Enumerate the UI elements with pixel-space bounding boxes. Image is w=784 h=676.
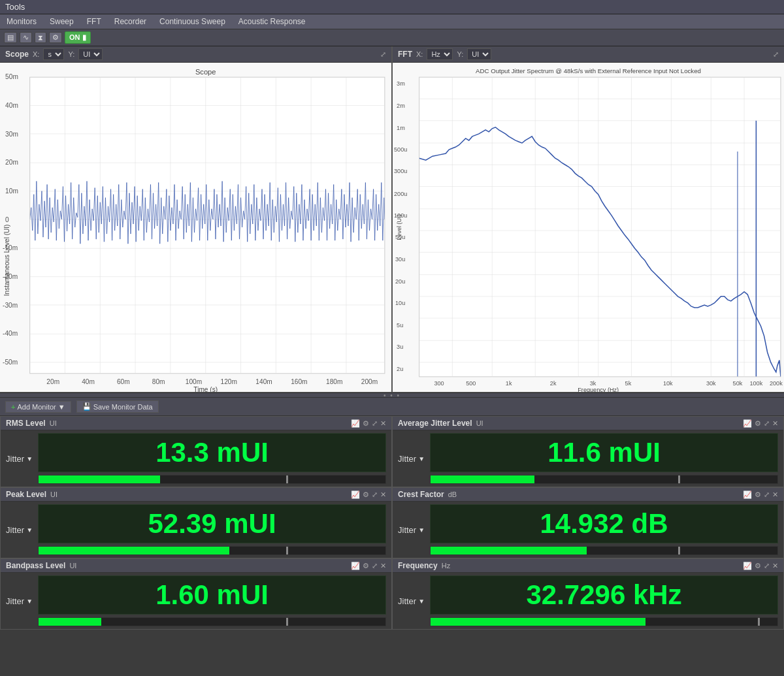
bandpass-title: Bandpass Level bbox=[6, 561, 65, 570]
svg-text:3m: 3m bbox=[397, 80, 405, 87]
bandpass-signal-label[interactable]: Jitter ▼ bbox=[6, 596, 33, 606]
peak-marker bbox=[286, 547, 288, 555]
rms-graph-icon[interactable]: 📈 bbox=[351, 419, 360, 428]
peak-header: Peak Level UI 📈 ⚙ ⤢ ✕ bbox=[1, 488, 391, 502]
menu-sweep[interactable]: Sweep bbox=[43, 16, 80, 27]
toolbar-on-btn[interactable]: ON ▮ bbox=[65, 31, 91, 44]
avg-settings-icon[interactable]: ⚙ bbox=[755, 419, 761, 428]
scope-x-select[interactable]: s bbox=[43, 48, 64, 60]
crest-close-icon[interactable]: ✕ bbox=[772, 491, 778, 499]
menu-acoustic-response[interactable]: Acoustic Response bbox=[232, 16, 312, 27]
svg-text:10u: 10u bbox=[395, 300, 405, 306]
svg-text:10m: 10m bbox=[5, 187, 18, 195]
svg-text:60m: 60m bbox=[117, 378, 130, 385]
monitor-frequency: Frequency Hz 📈 ⚙ ⤢ ✕ Jitter ▼ 32.7296 kH… bbox=[392, 558, 784, 630]
bandpass-graph-icon[interactable]: 📈 bbox=[351, 562, 360, 570]
bandpass-close-icon[interactable]: ✕ bbox=[380, 562, 386, 570]
svg-text:Frequency (Hz): Frequency (Hz) bbox=[578, 387, 619, 392]
rms-expand-icon[interactable]: ⤢ bbox=[372, 419, 378, 428]
peak-title: Peak Level bbox=[6, 490, 46, 499]
crest-arrow-icon: ▼ bbox=[418, 526, 425, 534]
freq-graph-icon[interactable]: 📈 bbox=[743, 562, 752, 570]
toolbar-settings-btn[interactable]: ⚙ bbox=[49, 32, 62, 43]
avg-graph-icon[interactable]: 📈 bbox=[743, 419, 752, 428]
menu-recorder[interactable]: Recorder bbox=[108, 16, 153, 27]
rms-signal-label[interactable]: Jitter ▼ bbox=[6, 454, 33, 464]
svg-text:100m: 100m bbox=[186, 378, 202, 385]
svg-text:120m: 120m bbox=[221, 378, 237, 385]
svg-text:50k: 50k bbox=[733, 380, 743, 387]
bandpass-fill bbox=[39, 618, 101, 626]
bandpass-arrow-icon: ▼ bbox=[26, 598, 33, 605]
freq-meter: 32.7296 kHz bbox=[430, 575, 778, 626]
add-monitor-arrow: ▼ bbox=[58, 403, 65, 411]
avg-close-icon[interactable]: ✕ bbox=[772, 419, 778, 428]
menu-fft[interactable]: FFT bbox=[80, 16, 108, 27]
scope-expand-btn[interactable]: ⤢ bbox=[380, 50, 386, 59]
save-monitor-btn[interactable]: 💾 Save Monitor Data bbox=[76, 400, 159, 413]
bandpass-controls: 📈 ⚙ ⤢ ✕ bbox=[351, 562, 386, 570]
rms-title: RMS Level bbox=[6, 419, 46, 428]
peak-expand-icon[interactable]: ⤢ bbox=[372, 491, 378, 499]
svg-text:5u: 5u bbox=[397, 322, 403, 329]
peak-meter: 52.39 mUI bbox=[38, 504, 386, 555]
peak-signal-label[interactable]: Jitter ▼ bbox=[6, 525, 33, 535]
freq-signal-label[interactable]: Jitter ▼ bbox=[398, 596, 425, 606]
svg-text:30u: 30u bbox=[395, 256, 405, 263]
svg-text:30m: 30m bbox=[5, 131, 18, 138]
freq-header: Frequency Hz 📈 ⚙ ⤢ ✕ bbox=[393, 559, 783, 573]
fft-expand-btn[interactable]: ⤢ bbox=[773, 50, 779, 59]
freq-settings-icon[interactable]: ⚙ bbox=[755, 562, 761, 570]
peak-body: Jitter ▼ 52.39 mUI bbox=[1, 502, 391, 558]
rms-progress bbox=[38, 475, 386, 484]
crest-signal-label[interactable]: Jitter ▼ bbox=[398, 525, 425, 535]
toolbar-clock-btn[interactable]: ⧗ bbox=[35, 32, 46, 43]
svg-text:-50m: -50m bbox=[3, 359, 18, 366]
svg-text:Instantaneous Level (UI): Instantaneous Level (UI) bbox=[3, 225, 10, 297]
fft-title: FFT bbox=[398, 50, 412, 59]
rms-close-icon[interactable]: ✕ bbox=[380, 419, 386, 428]
crest-settings-icon[interactable]: ⚙ bbox=[755, 491, 761, 499]
svg-text:3u: 3u bbox=[397, 344, 403, 351]
scope-x-label: X: bbox=[33, 50, 39, 58]
crest-value: 14.932 dB bbox=[430, 504, 778, 543]
menu-continuous-sweep[interactable]: Continuous Sweep bbox=[153, 16, 232, 27]
svg-text:180m: 180m bbox=[326, 378, 342, 385]
add-icon: + bbox=[11, 403, 15, 411]
bandpass-expand-icon[interactable]: ⤢ bbox=[372, 562, 378, 570]
avg-signal-label[interactable]: Jitter ▼ bbox=[398, 454, 425, 464]
rms-body: Jitter ▼ 13.3 mUI bbox=[1, 430, 391, 487]
peak-arrow-icon: ▼ bbox=[26, 526, 33, 534]
peak-close-icon[interactable]: ✕ bbox=[380, 491, 386, 499]
monitor-peak-level: Peak Level UI 📈 ⚙ ⤢ ✕ Jitter ▼ 52.39 mUI bbox=[0, 487, 392, 558]
peak-value: 52.39 mUI bbox=[38, 504, 386, 543]
add-monitor-button[interactable]: + Add Monitor ▼ bbox=[5, 401, 71, 413]
crest-expand-icon[interactable]: ⤢ bbox=[764, 491, 770, 499]
menu-monitors[interactable]: Monitors bbox=[0, 16, 43, 27]
peak-controls: 📈 ⚙ ⤢ ✕ bbox=[351, 491, 386, 499]
fft-x-select[interactable]: Hz bbox=[427, 48, 453, 60]
monitor-bar: + Add Monitor ▼ 💾 Save Monitor Data bbox=[0, 398, 784, 416]
charts-divider: • • • bbox=[0, 393, 784, 398]
avg-controls: 📈 ⚙ ⤢ ✕ bbox=[743, 419, 778, 428]
rms-settings-icon[interactable]: ⚙ bbox=[363, 419, 369, 428]
svg-text:ADC Output Jitter Spectrum @ 4: ADC Output Jitter Spectrum @ 48kS/s with… bbox=[476, 67, 701, 74]
freq-expand-icon[interactable]: ⤢ bbox=[764, 562, 770, 570]
freq-close-icon[interactable]: ✕ bbox=[772, 562, 778, 570]
scope-y-select[interactable]: UI bbox=[78, 48, 103, 60]
fft-y-select[interactable]: UI bbox=[467, 48, 491, 60]
peak-settings-icon[interactable]: ⚙ bbox=[363, 491, 369, 499]
fft-y-label: Y: bbox=[457, 50, 463, 58]
avg-expand-icon[interactable]: ⤢ bbox=[764, 419, 770, 428]
crest-graph-icon[interactable]: 📈 bbox=[743, 491, 752, 499]
peak-progress bbox=[38, 546, 386, 555]
peak-graph-icon[interactable]: 📈 bbox=[351, 491, 360, 499]
bandpass-settings-icon[interactable]: ⚙ bbox=[363, 562, 369, 570]
toolbar-monitor-btn[interactable]: ▤ bbox=[4, 32, 17, 43]
toolbar-wave-btn[interactable]: ∿ bbox=[20, 32, 32, 43]
rms-marker bbox=[286, 475, 288, 483]
svg-text:1m: 1m bbox=[397, 125, 405, 131]
bandpass-body: Jitter ▼ 1.60 mUI bbox=[1, 573, 391, 629]
svg-text:-30m: -30m bbox=[3, 302, 18, 309]
freq-progress bbox=[430, 617, 778, 626]
